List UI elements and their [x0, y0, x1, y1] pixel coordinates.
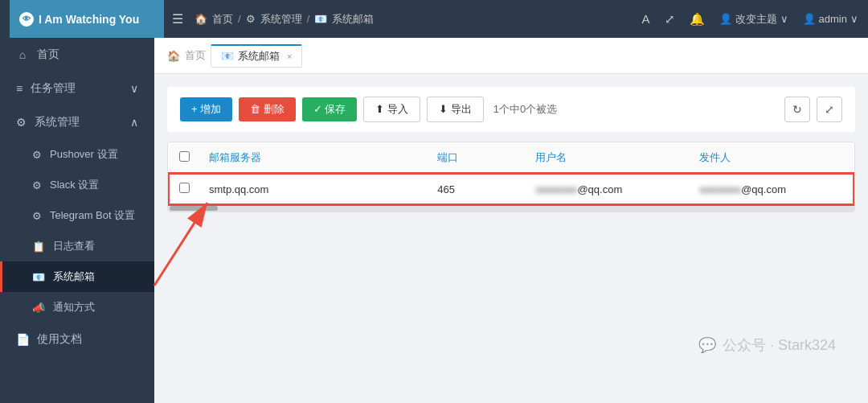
save-button[interactable]: ✓ 保存 — [302, 97, 358, 121]
tab-close-icon[interactable]: × — [287, 51, 292, 61]
col-header-check — [169, 142, 199, 174]
table-row: smtp.qq.com 465 xxxxxxxx@qq.com xxxxxxxx… — [169, 174, 854, 204]
secondary-header: 🏠 首页 📧 系统邮箱 × — [154, 38, 868, 74]
menu-icon[interactable]: ☰ — [172, 11, 183, 27]
sender-domain: @qq.com — [741, 183, 786, 195]
refresh-button[interactable]: ↻ — [784, 97, 810, 122]
sidebar-item-system-management[interactable]: ⚙ 系统管理 ∧ — [0, 105, 154, 139]
theme-btn[interactable]: 👤 改变主题 ∨ — [719, 12, 788, 27]
docs-icon: 📄 — [16, 333, 29, 346]
top-header: 👁 I Am Watching You ☰ 🏠 首页 / ⚙ 系统管理 / 📧 … — [0, 0, 868, 38]
col-header-server: 邮箱服务器 — [199, 142, 428, 174]
telegram-icon: ⚙ — [32, 210, 42, 222]
admin-label: admin — [819, 13, 847, 25]
sidebar-label-system: 系统管理 — [35, 115, 122, 130]
username-blurred: xxxxxxxx — [535, 183, 577, 195]
sidebar-item-logs[interactable]: 📋 日志查看 — [0, 231, 154, 261]
horizontal-scrollbar[interactable] — [168, 205, 854, 212]
font-size-icon[interactable]: A — [642, 12, 650, 26]
person-icon: 👤 — [719, 13, 732, 25]
content-area: 🏠 首页 📧 系统邮箱 × + 增加 🗑 删除 ✓ 保存 ⬆ 导入 ⬇ 导出 1 — [154, 38, 868, 403]
notification-icon: 📣 — [32, 302, 45, 314]
row-checkbox[interactable] — [179, 183, 190, 193]
sidebar-item-telegram[interactable]: ⚙ Telegram Bot 设置 — [0, 200, 154, 231]
app-wrapper: 👁 I Am Watching You ☰ 🏠 首页 / ⚙ 系统管理 / 📧 … — [0, 0, 868, 403]
system-chevron-icon: ∧ — [130, 116, 138, 129]
refresh-icon: ↻ — [792, 103, 802, 116]
delete-button[interactable]: 🗑 删除 — [239, 97, 296, 121]
username-domain: @qq.com — [577, 183, 622, 195]
admin-btn[interactable]: 👤 admin ∨ — [803, 13, 858, 25]
row-checkbox-cell — [169, 174, 199, 204]
sidebar-item-docs[interactable]: 📄 使用文档 — [0, 323, 154, 356]
breadcrumb-mail[interactable]: 系统邮箱 — [332, 12, 374, 27]
page-content: + 增加 🗑 删除 ✓ 保存 ⬆ 导入 ⬇ 导出 1个中0个被选 ↻ ⤢ — [154, 74, 868, 403]
tab-mail-label: 系统邮箱 — [238, 49, 280, 64]
breadcrumb-sep1: / — [238, 13, 241, 25]
import-button[interactable]: ⬆ 导入 — [363, 97, 420, 122]
col-header-port: 端口 — [428, 142, 526, 174]
admin-arrow: ∨ — [850, 13, 858, 25]
brand: 👁 I Am Watching You — [10, 0, 164, 38]
breadcrumb-home[interactable]: 首页 — [212, 12, 233, 27]
main-area: ⌂ 首页 ≡ 任务管理 ∨ ⚙ 系统管理 ∧ ⚙ Pushover 设置 — [0, 38, 868, 403]
sidebar-label-docs: 使用文档 — [37, 332, 138, 347]
expand-button[interactable]: ⤢ — [817, 97, 842, 122]
header-right: A ⤢ 🔔 👤 改变主题 ∨ 👤 admin ∨ — [642, 12, 858, 27]
sidebar-label-pushover: Pushover 设置 — [50, 147, 118, 162]
tab-mail-icon: 📧 — [221, 50, 234, 62]
sidebar-item-notification[interactable]: 📣 通知方式 — [0, 292, 154, 323]
tab-mail[interactable]: 📧 系统邮箱 × — [211, 44, 302, 68]
theme-label: 改变主题 — [735, 12, 777, 27]
sidebar-item-mail[interactable]: 📧 系统邮箱 — [0, 261, 154, 292]
theme-arrow: ∨ — [780, 13, 788, 25]
system-icon: ⚙ — [16, 116, 27, 129]
bell-icon[interactable]: 🔔 — [690, 12, 705, 27]
sidebar-item-slack[interactable]: ⚙ Slack 设置 — [0, 170, 154, 200]
header-breadcrumb: ☰ 🏠 首页 / ⚙ 系统管理 / 📧 系统邮箱 — [164, 11, 642, 27]
sidebar: ⌂ 首页 ≡ 任务管理 ∨ ⚙ 系统管理 ∧ ⚙ Pushover 设置 — [0, 38, 154, 403]
row-sender: xxxxxxxx@qq.com — [690, 174, 854, 204]
row-username: xxxxxxxx@qq.com — [526, 174, 690, 204]
task-chevron-icon: ∨ — [130, 82, 138, 95]
home-icon: ⌂ — [16, 48, 29, 61]
sidebar-item-home[interactable]: ⌂ 首页 — [0, 38, 154, 72]
export-button[interactable]: ⬇ 导出 — [427, 97, 484, 122]
brand-icon: 👁 — [19, 12, 34, 27]
sidebar-label-logs: 日志查看 — [53, 239, 95, 253]
breadcrumb-sep2: / — [307, 13, 310, 25]
sidebar-item-task-management[interactable]: ≡ 任务管理 ∨ — [0, 72, 154, 105]
table-header-row: 邮箱服务器 端口 用户名 发件人 — [169, 142, 854, 174]
breadcrumb-settings-icon: ⚙ — [246, 13, 256, 25]
scrollbar-thumb — [170, 206, 218, 211]
sidebar-label-telegram: Telegram Bot 设置 — [50, 208, 135, 223]
sidebar-label-notification: 通知方式 — [53, 300, 95, 315]
mail-table: 邮箱服务器 端口 用户名 发件人 — [168, 142, 854, 205]
sidebar-label-task: 任务管理 — [31, 81, 122, 96]
admin-icon: 👤 — [803, 13, 816, 25]
toolbar: + 增加 🗑 删除 ✓ 保存 ⬆ 导入 ⬇ 导出 1个中0个被选 ↻ ⤢ — [167, 87, 855, 132]
sender-blurred: xxxxxxxx — [699, 183, 741, 195]
breadcrumb-mail-icon: 📧 — [314, 13, 327, 25]
expand-icon: ⤢ — [825, 103, 834, 116]
selection-status: 1个中0个被选 — [493, 102, 557, 117]
breadcrumb-home-icon: 🏠 — [194, 13, 207, 25]
add-button[interactable]: + 增加 — [180, 97, 232, 121]
table-container: 邮箱服务器 端口 用户名 发件人 — [167, 142, 855, 212]
brand-title: I Am Watching You — [39, 13, 139, 26]
col-header-username: 用户名 — [526, 142, 690, 174]
row-port: 465 — [428, 174, 526, 204]
row-server: smtp.qq.com — [199, 174, 428, 204]
tab-home-label[interactable]: 首页 — [185, 48, 206, 63]
sidebar-label-slack: Slack 设置 — [50, 178, 99, 192]
select-all-checkbox[interactable] — [179, 151, 190, 162]
pushover-icon: ⚙ — [32, 149, 42, 161]
tab-home-icon: 🏠 — [167, 50, 180, 62]
sidebar-label-home: 首页 — [37, 47, 138, 62]
sidebar-label-mail: 系统邮箱 — [53, 269, 95, 284]
slack-icon: ⚙ — [32, 179, 42, 191]
breadcrumb-settings[interactable]: 系统管理 — [260, 12, 302, 27]
fullscreen-icon[interactable]: ⤢ — [665, 12, 675, 27]
logs-icon: 📋 — [32, 241, 45, 253]
sidebar-item-pushover[interactable]: ⚙ Pushover 设置 — [0, 139, 154, 170]
